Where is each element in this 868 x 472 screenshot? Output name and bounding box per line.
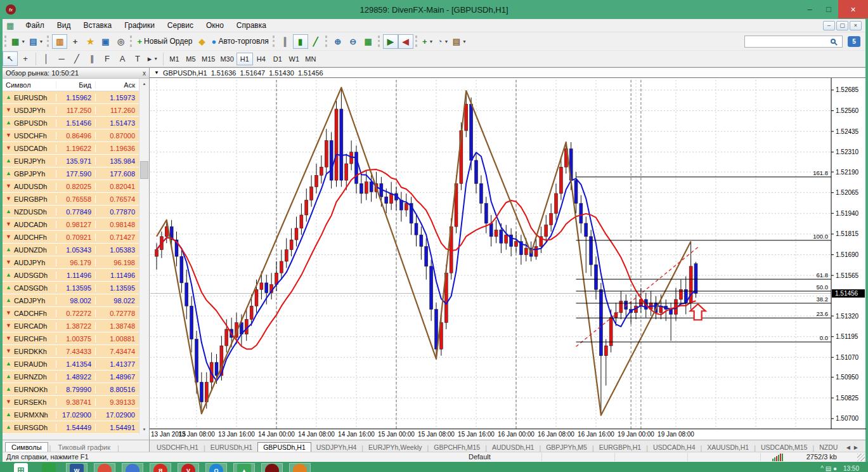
taskbar-item-charts-app[interactable]: ▲ — [233, 463, 255, 472]
new-chart-button[interactable]: ▦▼ — [10, 34, 27, 49]
market-watch-row[interactable]: ▼USDCADh1.196221.19636 — [3, 142, 139, 155]
mdi-close-button[interactable]: × — [850, 21, 862, 30]
text-label-button[interactable]: T — [130, 51, 145, 66]
market-watch-row[interactable]: ▲GBPJPYh177.590177.608 — [3, 167, 139, 180]
chart-tab[interactable]: AUDUSDh,H1 — [487, 443, 540, 452]
market-watch-row[interactable]: ▼USDCHFh0.864960.87000 — [3, 129, 139, 142]
navigator-button[interactable]: ★ — [82, 34, 98, 49]
chart-line-button[interactable]: ╱ — [308, 34, 323, 49]
market-watch-row[interactable]: ▼AUDJPYh96.17996.198 — [3, 256, 139, 269]
fibonacci-button[interactable]: F — [100, 51, 115, 66]
chart-tab[interactable]: EURGBPh,H1 — [594, 443, 647, 452]
column-symbol[interactable]: Символ — [3, 81, 56, 89]
market-watch-row[interactable]: ▼EURSEKh9.387419.39133 — [3, 396, 139, 409]
chart-tab[interactable]: USDCADh,M15 — [756, 443, 813, 452]
chart-tab[interactable]: EURUSDh,H1 — [205, 443, 258, 452]
tile-windows-button[interactable]: ▦ — [361, 34, 376, 49]
vertical-line-button[interactable]: │ — [39, 51, 54, 66]
chart-tab[interactable]: GBPJPYh,M5 — [541, 443, 592, 452]
search-icon[interactable] — [831, 39, 836, 44]
templates-button[interactable]: ▤▼ — [451, 34, 469, 49]
close-button[interactable]: × — [838, 0, 868, 18]
market-watch-row[interactable]: ▲EURNOKh8.799908.80516 — [3, 383, 139, 396]
market-watch-close-icon[interactable]: x — [143, 70, 146, 77]
market-watch-row[interactable]: ▼AUDUSDh0.820250.82041 — [3, 180, 139, 193]
market-watch-row[interactable]: ▲EURNZDh1.489221.48967 — [3, 370, 139, 383]
market-watch-row[interactable]: ▲AUDNZDh1.053431.05383 — [3, 244, 139, 256]
taskbar-item-firefox[interactable] — [289, 463, 311, 472]
equidistant-channel-button[interactable]: ∥ — [84, 51, 100, 66]
search-input[interactable] — [744, 36, 843, 48]
market-watch-row[interactable]: ▼CADCHFh0.722720.72778 — [3, 307, 139, 320]
chevron-down-icon[interactable]: ▼ — [444, 39, 449, 44]
zoom-in-button[interactable]: ⊕ — [330, 34, 346, 49]
chart-candles-button[interactable]: ▮ — [293, 34, 308, 49]
menu-item[interactable]: Файл — [19, 20, 51, 31]
taskbar-item-compass-app[interactable] — [122, 463, 143, 472]
market-watch-row[interactable]: ▲EURUSDh1.159621.15973 — [3, 91, 139, 104]
tabs-scroll-right-icon[interactable]: ▶ — [854, 445, 862, 450]
column-bid[interactable]: Бид — [56, 81, 95, 89]
market-watch-tab-ticks[interactable]: Тиковый график — [52, 443, 116, 452]
strategy-tester-button[interactable]: ◎ — [113, 34, 128, 49]
timeframe-m30[interactable]: M30 — [217, 53, 236, 65]
taskbar-item-skype[interactable]: O — [205, 463, 227, 472]
market-watch-row[interactable]: ▲EURSGDh1.544491.54491 — [3, 421, 139, 434]
mdi-minimize-button[interactable]: – — [823, 21, 835, 30]
chart-tab[interactable]: USDJPYh,H4 — [311, 443, 362, 452]
scroll-down-icon[interactable]: ▼ — [139, 424, 149, 434]
metaeditor-button[interactable]: ◆ — [195, 34, 210, 49]
text-button[interactable]: A — [115, 51, 130, 66]
one-click-trading-arrow-icon[interactable]: ▼ — [154, 70, 159, 75]
auto-scroll-button[interactable]: ▶ — [383, 34, 398, 49]
market-watch-row[interactable]: ▲EURJPYh135.971135.984 — [3, 155, 139, 167]
zoom-out-button[interactable]: ⊖ — [346, 34, 361, 49]
system-tray[interactable]: ^ ▤ ● — [820, 465, 837, 472]
terminal-button[interactable]: ▣ — [98, 34, 113, 49]
menu-item[interactable]: Графики — [118, 20, 161, 31]
market-watch-row[interactable]: ▼AUDCADh0.981270.98148 — [3, 218, 139, 231]
chart-shift-button[interactable]: ◀ — [398, 34, 413, 49]
periods-button[interactable]: ◔▼ — [436, 34, 451, 49]
chevron-down-icon[interactable]: ▼ — [21, 39, 25, 44]
market-watch-row[interactable]: ▲AUDSGDh1.114961.11496 — [3, 269, 139, 282]
new-order-button[interactable]: +Новый Ордер — [135, 34, 194, 49]
arrow-tools-button[interactable]: ▸▼ — [145, 51, 160, 66]
market-watch-row[interactable]: ▼EURDKKh7.434337.43474 — [3, 345, 139, 358]
timeframe-h4[interactable]: H4 — [253, 53, 269, 65]
minimize-button[interactable]: – — [800, 0, 819, 18]
resize-grip[interactable] — [857, 454, 865, 461]
menu-item[interactable]: Вид — [51, 20, 77, 31]
taskbar-item-opera-dark[interactable] — [261, 463, 283, 472]
chevron-down-icon[interactable]: ▼ — [39, 39, 44, 44]
menu-item[interactable]: Справка — [230, 20, 273, 31]
status-profile[interactable]: Default — [469, 453, 491, 461]
scrollbar-thumb[interactable] — [140, 161, 148, 179]
market-watch-row[interactable]: ▼AUDCHFh0.709210.71427 — [3, 231, 139, 244]
market-watch-row[interactable]: ▲CADJPYh98.00298.022 — [3, 294, 139, 307]
chart-tab[interactable]: NZDU — [814, 443, 843, 452]
timeframe-m1[interactable]: M1 — [166, 53, 183, 65]
column-ask[interactable]: Аск — [95, 81, 139, 89]
market-watch-row[interactable]: ▼EURCADh1.387221.38748 — [3, 320, 139, 332]
market-watch-row[interactable]: ▲CADSGDh1.135951.13595 — [3, 282, 139, 294]
chart-tab[interactable]: USDCADh,H4 — [648, 443, 701, 452]
market-watch-row[interactable]: ▼EURCHFh1.003751.00881 — [3, 332, 139, 345]
chart-bars-button[interactable]: ║ — [278, 34, 293, 49]
taskbar-item-vivaldi[interactable]: V — [178, 463, 199, 472]
horizontal-line-button[interactable]: ─ — [54, 51, 69, 66]
maximize-button[interactable]: □ — [819, 0, 838, 18]
menu-item[interactable]: Окно — [200, 20, 230, 31]
chart-tab[interactable]: GBPCHFh,M15 — [429, 443, 485, 452]
community-icon[interactable]: 5 — [848, 36, 860, 47]
chart-tab[interactable]: EURJPYh,Weekly — [363, 443, 427, 452]
market-watch-tab-symbols[interactable]: Символы — [5, 442, 48, 452]
chevron-down-icon[interactable]: ▼ — [429, 39, 433, 44]
chevron-down-icon[interactable]: ▼ — [153, 56, 158, 61]
market-watch-row[interactable]: ▲EURAUDh1.413541.41377 — [3, 358, 139, 370]
tabs-scroll-left-icon[interactable]: ◀ — [846, 445, 854, 450]
menu-item[interactable]: Вставка — [77, 20, 119, 31]
chevron-down-icon[interactable]: ▼ — [462, 39, 467, 44]
price-chart[interactable]: 261.8161.8100.061.850.038.223.60.01.5268… — [150, 78, 866, 440]
scroll-up-icon[interactable]: ▲ — [139, 79, 149, 88]
